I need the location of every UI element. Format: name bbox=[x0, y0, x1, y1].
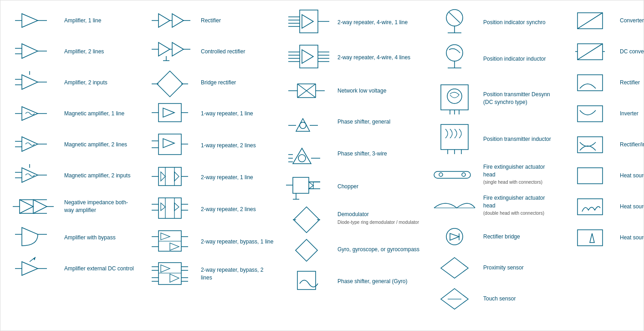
rep2-label: 1-way repeater, 2 lines bbox=[198, 142, 274, 150]
svg-rect-132 bbox=[293, 177, 309, 193]
list-item: Inverter bbox=[563, 98, 644, 129]
neg1-symbol bbox=[9, 195, 61, 218]
svg-marker-71 bbox=[161, 203, 165, 211]
svg-marker-33 bbox=[22, 262, 38, 275]
main-page: Amplifier, 1 line Amplifier, 2 lines bbox=[0, 0, 644, 331]
svg-marker-72 bbox=[174, 203, 179, 211]
amp3-label: Amplifier, 2 inputs bbox=[61, 79, 138, 87]
rep5-symbol bbox=[146, 228, 198, 255]
prox1-symbol bbox=[428, 255, 480, 280]
heat2-label: Heat source, radioisotope bbox=[617, 203, 644, 211]
rep3-label: 2-way repeater, 1 line bbox=[198, 174, 274, 181]
rect3b-symbol bbox=[565, 70, 617, 95]
rep7-symbol bbox=[282, 8, 335, 37]
fire2-label: Fire extinguisher actuator head (double … bbox=[480, 194, 557, 217]
list-item: Magnetic amplifier, 2 inputs bbox=[7, 160, 139, 191]
list-item: 2-way repeater, 4-wire, 4 lines bbox=[281, 40, 422, 75]
svg-marker-184 bbox=[590, 233, 594, 243]
inv1-label: Inverter bbox=[617, 110, 644, 118]
mag1-symbol bbox=[9, 104, 61, 123]
column-4: Position indicator synchro Position indi… bbox=[424, 5, 561, 314]
rect2-label: Controlled rectifier bbox=[198, 48, 274, 56]
list-item: Rectifier bridge bbox=[426, 221, 558, 252]
list-item: Heat source, combustion bbox=[563, 222, 644, 253]
amp3-symbol bbox=[9, 71, 61, 94]
svg-rect-181 bbox=[578, 168, 603, 184]
pos2-symbol bbox=[428, 43, 480, 75]
svg-marker-65 bbox=[174, 172, 179, 181]
svg-point-124 bbox=[300, 122, 306, 129]
svg-marker-44 bbox=[172, 42, 184, 56]
rep6-symbol bbox=[146, 260, 198, 288]
list-item: 2-way repeater, 2 lines bbox=[144, 193, 276, 226]
phase2-symbol bbox=[282, 140, 335, 167]
list-item: Phase shifter, general (Gyro) bbox=[281, 265, 422, 298]
svg-marker-129 bbox=[293, 148, 311, 164]
svg-rect-158 bbox=[441, 124, 468, 150]
list-item: Gyro, gyroscope, or gyrocompass bbox=[281, 234, 422, 265]
list-item: Negative impedance both-way amplifier bbox=[7, 191, 139, 222]
list-item: Magnetic amplifier, 1 line bbox=[7, 98, 139, 129]
list-item: 2-way repeater, bypass, 2 lines bbox=[144, 258, 276, 290]
column-5: Converter, general DC converter bbox=[561, 5, 644, 314]
svg-rect-141 bbox=[293, 207, 319, 233]
neg1-label: Negative impedance both-way amplifier bbox=[61, 199, 138, 214]
gyro1-symbol bbox=[282, 237, 335, 262]
svg-rect-179 bbox=[578, 106, 603, 122]
mag2-label: Magnetic amplifier, 2 lines bbox=[61, 141, 138, 149]
mag3-symbol bbox=[9, 164, 61, 187]
conv1-label: Converter, general bbox=[617, 17, 644, 25]
rect2-symbol bbox=[146, 40, 198, 63]
dc1-symbol bbox=[565, 39, 617, 64]
fire1-symbol bbox=[428, 167, 480, 183]
list-item: Bridge rectifier bbox=[144, 67, 276, 98]
touch1-label: Touch sensor bbox=[480, 295, 557, 303]
pos1-label: Position indicator synchro bbox=[480, 19, 557, 26]
list-item: Proximity sensor bbox=[426, 252, 558, 283]
amp1-symbol bbox=[9, 11, 61, 30]
svg-marker-9 bbox=[22, 75, 38, 89]
conv1-symbol bbox=[565, 8, 617, 33]
postrans2-label: Position transmitter inductor bbox=[480, 135, 557, 143]
amp4-label: Amplifier with bypass bbox=[61, 234, 138, 242]
svg-point-163 bbox=[439, 173, 443, 176]
svg-marker-43 bbox=[158, 42, 170, 56]
svg-marker-169 bbox=[441, 258, 468, 278]
svg-marker-87 bbox=[161, 265, 170, 272]
list-item: Amplifier, 2 inputs bbox=[7, 67, 139, 98]
rep8-symbol bbox=[282, 43, 335, 72]
svg-point-150 bbox=[446, 45, 463, 61]
phase1-label: Phase shifter, general bbox=[335, 118, 420, 126]
heat1-symbol bbox=[565, 163, 617, 188]
pos1-symbol bbox=[428, 8, 480, 37]
svg-rect-178 bbox=[578, 75, 603, 91]
list-item: Amplifier, 2 lines bbox=[7, 36, 139, 67]
chop1-label: Chopper bbox=[335, 183, 420, 191]
list-item: Phase shifter, general bbox=[281, 106, 422, 137]
svg-marker-98 bbox=[302, 15, 313, 28]
list-item: Amplifier, 1 line bbox=[7, 5, 139, 36]
rep3-symbol bbox=[146, 165, 198, 190]
heat1-label: Heat source, general bbox=[617, 172, 644, 180]
pos2-label: Position indicator inductor bbox=[480, 55, 557, 63]
list-item: Touch sensor bbox=[426, 283, 558, 314]
list-item: Converter, general bbox=[563, 5, 644, 36]
rep1-label: 1-way repeater, 1 line bbox=[198, 110, 274, 118]
svg-marker-57 bbox=[163, 139, 174, 148]
svg-marker-5 bbox=[22, 44, 38, 58]
svg-rect-56 bbox=[158, 134, 181, 155]
svg-marker-138 bbox=[309, 182, 313, 186]
list-item: Position indicator synchro bbox=[426, 5, 558, 40]
list-item: Demodulator Diode-type ring demodulator … bbox=[281, 203, 422, 234]
demod1-symbol bbox=[282, 206, 335, 231]
phase2-label: Phase shifter, 3-wire bbox=[335, 150, 420, 158]
amp5-label: Amplifier external DC control bbox=[61, 265, 138, 273]
net1-symbol bbox=[282, 79, 335, 102]
svg-rect-49 bbox=[157, 71, 183, 97]
svg-marker-38 bbox=[158, 14, 170, 27]
prox1-label: Proximity sensor bbox=[480, 264, 557, 272]
svg-marker-167 bbox=[450, 233, 459, 240]
svg-line-173 bbox=[578, 13, 603, 29]
svg-marker-39 bbox=[172, 14, 184, 27]
postrans2-symbol bbox=[428, 122, 480, 156]
